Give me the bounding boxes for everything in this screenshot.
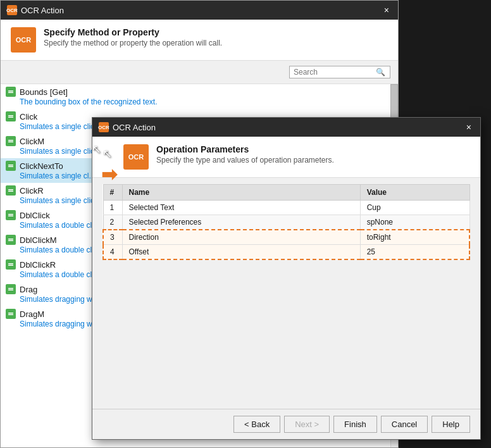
list-item-icon-dragm [6,309,16,319]
cell-num: 4 [103,245,122,260]
bg-titlebar: OCR OCR Action × [1,1,398,20]
list-item-icon-dblclickr [6,259,16,270]
fg-header-title: Operation Parameters [156,144,334,154]
table-row[interactable]: 2Selected PreferencesspNone [103,215,469,230]
list-item-name-dblclickm: DblClickM [20,235,57,245]
svg-rect-3 [8,117,13,118]
help-button[interactable]: Help [432,416,470,433]
list-item-icon-bounds [6,87,16,97]
svg-rect-19 [8,314,13,316]
list-item-name-clickr: ClickR [20,186,44,196]
svg-rect-17 [8,290,13,291]
cursor-arrow-bg: ↖ [92,142,101,156]
col-header-num: # [103,185,122,201]
svg-rect-13 [8,240,13,242]
bg-header-title: Specify Method or Property [44,27,222,37]
svg-rect-12 [8,239,13,240]
fg-header: ↖ OCR Operation Parameters Specify the t… [92,137,480,178]
list-item-name-clickm: ClickM [20,137,44,146]
cell-num: 2 [103,215,122,230]
list-item-bounds[interactable]: Bounds [Get] The bounding box of the rec… [1,84,398,109]
search-box: 🔍 [289,66,390,78]
list-item-name-bounds: Bounds [Get] [20,87,68,97]
fg-footer: < Back Next > Finish Cancel Help [92,409,480,439]
cursor-arrow-fg: ↖ [103,147,112,161]
svg-rect-4 [8,140,13,141]
list-item-name-clicknextto: ClickNextTo [20,161,63,171]
list-item-name-dblclickr: DblClickR [20,260,56,270]
list-item-name-dblclick: DblClick [20,211,50,220]
table-row[interactable]: 3DirectiontoRight [103,230,469,245]
svg-rect-9 [8,191,13,192]
fg-header-text: Operation Parameters Specify the type an… [156,144,334,165]
list-item-icon-clickm [6,136,16,146]
list-item-icon-click [6,111,16,121]
bg-header-text: Specify Method or Property Specify the m… [44,27,222,47]
svg-rect-11 [8,216,13,217]
svg-rect-8 [8,189,13,190]
bg-logo: OCR [11,27,36,53]
list-item-icon-drag [6,284,16,294]
list-item-name-dragm: DragM [20,309,44,319]
fg-header-subtitle: Specify the type and values of operation… [156,156,334,165]
fg-logo: OCR [123,144,149,170]
fg-ocr-icon: OCR [99,122,109,132]
bg-window-title: OCR Action [21,6,64,15]
list-item-name-click: Click [20,112,37,121]
next-button[interactable]: Next > [284,416,330,433]
svg-rect-14 [8,263,13,264]
col-header-name: Name [122,185,360,201]
fg-titlebar: OCR OCR Action × [92,118,480,137]
search-input[interactable] [294,68,376,77]
bg-header: OCR Specify Method or Property Specify t… [1,20,398,61]
cell-name: Offset [122,245,360,260]
fg-titlebar-left: OCR OCR Action [99,122,156,132]
cell-value: Cup [360,201,469,215]
fg-content: # Name Value 1Selected TextCup2Selected … [92,178,480,409]
fg-close-button[interactable]: × [464,122,474,132]
table-row[interactable]: 4Offset25 [103,245,469,260]
table-header-row: # Name Value [103,185,469,201]
bg-search-bar: 🔍 [1,61,398,84]
svg-rect-16 [8,288,13,289]
svg-rect-15 [8,265,13,266]
finish-button[interactable]: Finish [333,416,377,433]
list-item-icon-clickr [6,185,16,196]
svg-rect-10 [8,214,13,215]
list-item-desc-bounds: The bounding box of the recognized text. [6,97,393,106]
svg-rect-7 [8,166,13,168]
svg-rect-6 [8,165,13,166]
svg-rect-0 [8,90,13,92]
col-header-value: Value [360,185,469,201]
bg-header-subtitle: Specify the method or property the opera… [44,39,222,47]
back-button[interactable]: < Back [233,416,280,433]
svg-rect-1 [8,92,13,94]
search-icon: 🔍 [376,68,385,77]
cell-value: toRight [360,230,469,245]
cell-name: Direction [122,230,360,245]
svg-rect-5 [8,142,13,143]
cancel-button[interactable]: Cancel [381,416,428,433]
cell-name: Selected Preferences [122,215,360,230]
bg-close-button[interactable]: × [382,5,392,15]
cell-value: spNone [360,215,469,230]
fg-window-title: OCR Action [113,123,156,132]
cell-name: Selected Text [122,201,360,215]
cell-num: 1 [103,201,122,215]
svg-rect-2 [8,115,13,116]
fg-arrow-cursor: ↖ [103,147,116,161]
table-row[interactable]: 1Selected TextCup [103,201,469,215]
bg-titlebar-left: OCR OCR Action [7,5,64,15]
list-item-icon-clicknextto [6,161,16,171]
list-item-icon-dblclickm [6,235,16,245]
svg-rect-18 [8,313,13,314]
list-item-name-drag: Drag [20,285,37,294]
orange-arrow-icon: ➡ [101,163,117,185]
cell-value: 25 [360,245,469,260]
cell-num: 3 [103,230,122,245]
list-item-icon-dblclick [6,210,16,220]
bg-ocr-icon: OCR [7,5,17,15]
params-table: # Name Value 1Selected TextCup2Selected … [103,184,470,260]
fg-dialog: OCR OCR Action × ↖ OCR Operation Paramet… [92,117,481,440]
